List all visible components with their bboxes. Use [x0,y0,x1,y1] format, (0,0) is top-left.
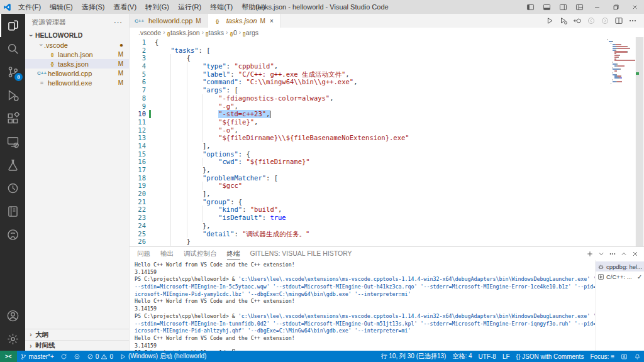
testing-icon[interactable] [0,153,25,177]
tab-helloworld.cpp[interactable]: C++helloworld.cppM [130,14,208,28]
breadcrumb-item[interactable]: [] args [243,29,258,36]
panel-tab-GITLENS: VISUAL FILE HISTORY[interactable]: GITLENS: VISUAL FILE HISTORY [250,248,352,260]
gitlens-icon [74,353,80,360]
git-branch[interactable]: master*+ [17,351,57,362]
tree-item-tasks-json[interactable]: {}tasks.jsonM [25,59,129,69]
toggle-panel-button[interactable] [538,0,555,14]
eol[interactable]: LF [499,351,513,362]
encoding[interactable]: UTF-8 [475,351,499,362]
maximize-panel-button[interactable] [620,250,628,258]
code-token: { [187,54,191,62]
code-line: 15 "options": { [130,150,606,158]
sidebar-section-时间线[interactable]: ›时间线 [25,340,129,351]
close-button[interactable] [625,0,644,14]
settings-icon[interactable] [0,327,25,351]
remote-indicator[interactable]: >< [0,351,17,362]
breadcrumb-item[interactable]: {} tasks.json [167,29,200,36]
vscode-logo-icon [0,3,14,11]
toggle-secondary-sidebar-button[interactable] [555,0,571,14]
code-editor[interactable]: 1{2 "tasks": [3 {4 "type": "cppbuild",5 … [130,37,644,246]
accounts-icon[interactable] [0,304,25,327]
panel-tab-输出[interactable]: 输出 [160,248,174,260]
sync-button[interactable] [57,351,70,362]
menu-item[interactable]: 转到(G) [141,0,174,14]
breadcrumb[interactable]: .vscode›{} tasks.json›[] tasks›{} 0›[] a… [130,28,644,37]
remote-explorer-icon[interactable] [0,130,25,153]
panel-tab-终端[interactable]: 终端 [227,248,240,260]
terminal-text: Hello C++ World from VS Code and the C++… [135,335,295,341]
menu-item[interactable]: 终端(T) [206,0,237,14]
notifications-bell[interactable] [631,351,644,362]
indentation[interactable]: 空格: 4 [449,351,475,362]
cursor-position[interactable]: 行 10, 列 30 (已选择13) [378,351,450,362]
code-token: , [254,118,258,126]
menu-item[interactable]: 选择(S) [77,0,109,14]
tree-item-launch-json[interactable]: {}launch.jsonM [25,50,129,59]
sidebar-section-大纲[interactable]: ›大纲 [25,329,129,340]
menu-item[interactable]: 运行(R) [174,0,206,14]
menu-item[interactable]: 帮助(H) [237,0,269,14]
panel-tab-调试控制台[interactable]: 调试控制台 [184,248,217,260]
gutter-modified-indicator [149,126,151,134]
more-button[interactable] [626,14,639,27]
gitlens-button[interactable] [70,351,84,362]
breadcrumb-item[interactable]: .vscode [138,29,161,36]
terminal-instance[interactable]: C/C++: ...✓ [596,272,644,282]
debug-run-button[interactable] [557,14,570,27]
indent-guide [203,158,218,166]
menu-item[interactable]: 编辑(E) [45,0,77,14]
panel-tab-问题[interactable]: 问题 [137,248,150,260]
github-icon[interactable] [0,223,25,246]
code-line: 2 "tasks": [ [130,47,606,55]
extensions-icon[interactable] [0,107,25,130]
terminal-output[interactable]: Hello C++ World from VS Code and the C++… [130,260,595,351]
problems-button[interactable]: 00 [84,351,116,362]
more-button[interactable] [609,250,616,258]
minimap[interactable] [607,39,635,84]
terminal-picker-button[interactable] [597,250,605,258]
minimap-line [607,63,635,65]
focus-indicator[interactable]: Focus: ≡ [587,351,618,362]
code-token: : [226,62,235,70]
tree-item-helloworld-exe[interactable]: ≡helloworld.exeM [25,78,129,87]
terminal-text: 3.14159 [135,269,157,275]
search-icon[interactable] [0,37,25,60]
editor-scrollbar[interactable] [635,37,644,246]
gutter-modified-indicator [149,62,151,70]
notebook-icon[interactable] [0,200,25,223]
maximize-button[interactable] [606,0,625,14]
explorer-icon[interactable] [0,14,25,37]
tab-tasks.json[interactable]: {}tasks.jsonM× [208,14,281,28]
close-icon[interactable]: × [269,18,275,25]
feedback-button[interactable] [618,351,631,362]
terminal-text: Hello C++ World from VS Code and the C++… [135,298,295,304]
sidebar-more-actions-button[interactable]: ··· [114,18,123,26]
indent-guide [203,126,218,134]
terminal-instance[interactable]: cppdbg: hel... [596,261,644,272]
minimize-button[interactable] [587,0,606,14]
breadcrumb-item[interactable]: [] tasks [206,29,224,36]
close-panel-button[interactable] [631,250,639,258]
minimap-line [607,67,635,69]
run-button[interactable] [543,14,556,27]
chevron-right-icon: › [28,343,34,349]
language-mode[interactable]: {} JSON with Comments [513,351,587,362]
clock-icon[interactable] [0,177,25,200]
debug-launch-button[interactable]: (Windows) 启动 (helloworld) [116,351,209,362]
customize-layout-button[interactable] [571,0,587,14]
tree-item--vscode[interactable]: ›.vscode● [25,40,129,50]
run-and-debug-icon[interactable] [0,84,25,107]
tree-root-folder[interactable]: › HELLOWORLD [25,30,129,40]
split-editor-button[interactable] [613,14,625,27]
source-control-icon[interactable]: 8 [0,60,25,84]
tree-item-helloworld-cpp[interactable]: C++helloworld.cppM [25,69,129,78]
git-status-badge: M [118,60,129,67]
toggle-primary-sidebar-button[interactable] [522,0,538,14]
menu-item[interactable]: 查看(V) [109,0,141,14]
breadcrumb-item[interactable]: {} 0 [230,29,236,36]
new-terminal-button[interactable] [586,250,594,258]
indent-guide [170,150,186,158]
menu-item[interactable]: 文件(F) [14,0,45,14]
open-changes-button[interactable] [571,14,584,27]
exe-file-icon: ≡ [38,80,46,86]
